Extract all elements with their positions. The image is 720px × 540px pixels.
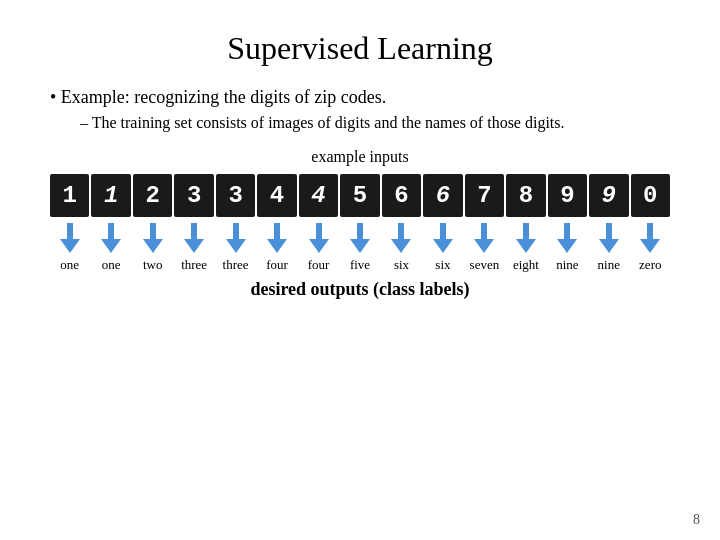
digit-8: 5 xyxy=(340,174,379,217)
svg-rect-26 xyxy=(606,223,612,241)
svg-rect-10 xyxy=(274,223,280,241)
svg-rect-2 xyxy=(108,223,114,241)
digit-3: 2 xyxy=(133,174,172,217)
label-row: one one two three three four four five s… xyxy=(50,257,670,273)
bullet-point: • Example: recognizing the digits of zip… xyxy=(50,87,670,108)
label-one-2: one xyxy=(91,257,130,273)
digit-15: 0 xyxy=(631,174,670,217)
svg-marker-7 xyxy=(184,239,204,253)
label-five: five xyxy=(340,257,379,273)
digit-4: 3 xyxy=(174,174,213,217)
arrow-3 xyxy=(133,223,172,253)
down-arrow-icon xyxy=(433,223,453,253)
svg-marker-15 xyxy=(350,239,370,253)
digit-2: 1 xyxy=(91,174,130,217)
arrow-12 xyxy=(506,223,545,253)
svg-marker-19 xyxy=(433,239,453,253)
svg-rect-24 xyxy=(564,223,570,241)
desired-outputs-label: desired outputs (class labels) xyxy=(50,279,670,300)
svg-rect-14 xyxy=(357,223,363,241)
arrow-9 xyxy=(382,223,421,253)
svg-rect-20 xyxy=(481,223,487,241)
svg-rect-0 xyxy=(67,223,73,241)
down-arrow-icon xyxy=(474,223,494,253)
down-arrow-icon xyxy=(391,223,411,253)
arrow-14 xyxy=(589,223,628,253)
svg-rect-6 xyxy=(191,223,197,241)
digit-9: 6 xyxy=(382,174,421,217)
svg-marker-29 xyxy=(640,239,660,253)
label-six-1: six xyxy=(382,257,421,273)
arrow-2 xyxy=(91,223,130,253)
label-seven: seven xyxy=(465,257,504,273)
arrow-10 xyxy=(423,223,462,253)
arrow-1 xyxy=(50,223,89,253)
digit-12: 8 xyxy=(506,174,545,217)
label-nine-1: nine xyxy=(548,257,587,273)
down-arrow-icon xyxy=(184,223,204,253)
svg-marker-9 xyxy=(226,239,246,253)
label-three-1: three xyxy=(174,257,213,273)
arrow-4 xyxy=(174,223,213,253)
svg-marker-5 xyxy=(143,239,163,253)
svg-marker-3 xyxy=(101,239,121,253)
slide: Supervised Learning • Example: recognizi… xyxy=(0,0,720,540)
arrow-7 xyxy=(299,223,338,253)
digit-1: 1 xyxy=(50,174,89,217)
label-one-1: one xyxy=(50,257,89,273)
example-inputs-label: example inputs xyxy=(50,148,670,166)
svg-marker-25 xyxy=(557,239,577,253)
arrow-8 xyxy=(340,223,379,253)
svg-marker-27 xyxy=(599,239,619,253)
label-zero: zero xyxy=(631,257,670,273)
label-four-2: four xyxy=(299,257,338,273)
svg-marker-17 xyxy=(391,239,411,253)
down-arrow-icon xyxy=(516,223,536,253)
digit-6: 4 xyxy=(257,174,296,217)
arrow-6 xyxy=(257,223,296,253)
down-arrow-icon xyxy=(557,223,577,253)
arrow-15 xyxy=(631,223,670,253)
down-arrow-icon xyxy=(60,223,80,253)
down-arrow-icon xyxy=(101,223,121,253)
down-arrow-icon xyxy=(267,223,287,253)
digit-image-row: 1 1 2 3 3 4 4 5 6 6 7 8 9 9 0 xyxy=(50,174,670,217)
arrow-11 xyxy=(465,223,504,253)
digit-13: 9 xyxy=(548,174,587,217)
svg-marker-23 xyxy=(516,239,536,253)
svg-marker-21 xyxy=(474,239,494,253)
down-arrow-icon xyxy=(309,223,329,253)
slide-title: Supervised Learning xyxy=(50,30,670,67)
down-arrow-icon xyxy=(143,223,163,253)
svg-rect-18 xyxy=(440,223,446,241)
down-arrow-icon xyxy=(350,223,370,253)
digit-5: 3 xyxy=(216,174,255,217)
digit-10: 6 xyxy=(423,174,462,217)
label-two: two xyxy=(133,257,172,273)
svg-rect-12 xyxy=(316,223,322,241)
digit-7: 4 xyxy=(299,174,338,217)
down-arrow-icon xyxy=(640,223,660,253)
down-arrow-icon xyxy=(226,223,246,253)
digit-11: 7 xyxy=(465,174,504,217)
svg-rect-4 xyxy=(150,223,156,241)
label-six-2: six xyxy=(423,257,462,273)
label-four-1: four xyxy=(257,257,296,273)
svg-rect-22 xyxy=(523,223,529,241)
down-arrow-icon xyxy=(599,223,619,253)
svg-rect-8 xyxy=(233,223,239,241)
svg-marker-1 xyxy=(60,239,80,253)
svg-rect-28 xyxy=(647,223,653,241)
page-number: 8 xyxy=(693,512,700,528)
digit-14: 9 xyxy=(589,174,628,217)
arrow-5 xyxy=(216,223,255,253)
svg-rect-16 xyxy=(398,223,404,241)
svg-marker-11 xyxy=(267,239,287,253)
svg-marker-13 xyxy=(309,239,329,253)
label-nine-2: nine xyxy=(589,257,628,273)
label-eight: eight xyxy=(506,257,545,273)
arrow-row xyxy=(50,223,670,253)
label-three-2: three xyxy=(216,257,255,273)
sub-bullet: – The training set consists of images of… xyxy=(80,114,670,132)
arrow-13 xyxy=(548,223,587,253)
